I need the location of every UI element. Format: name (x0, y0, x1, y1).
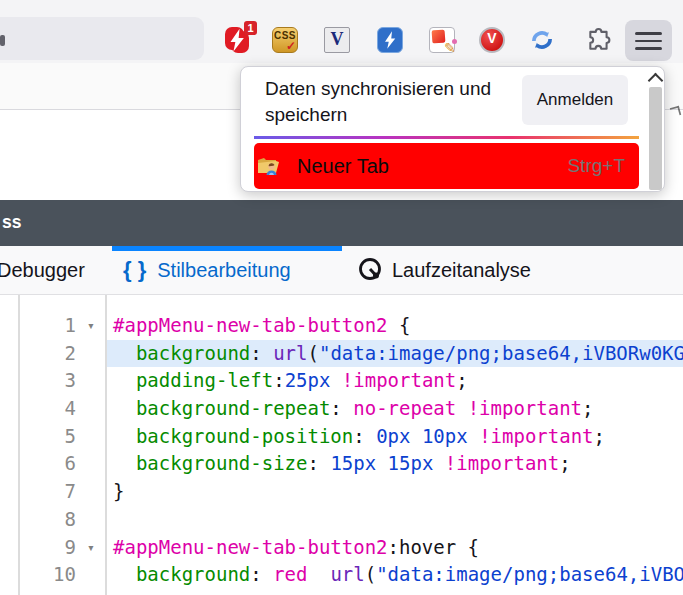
devtools-header-bar: ss (0, 200, 683, 246)
menu-item-new-tab[interactable]: Neuer Tab Strg+T (254, 143, 639, 189)
style-editor-source[interactable]: 1▾#appMenu-new-tab-button2 {2 background… (0, 294, 683, 595)
code-text: background-position: 0px 10px !important… (106, 423, 683, 451)
code-line[interactable]: 2 background: url("data:image/png;base64… (18, 340, 683, 368)
braces-icon: { } (123, 257, 146, 283)
fold-gutter (76, 340, 106, 368)
tab-label: Debugger (0, 259, 85, 282)
fold-gutter (76, 478, 106, 506)
v-letter-extension-icon[interactable]: V (324, 27, 350, 53)
scroll-up-chevron-icon[interactable] (648, 73, 664, 89)
line-number: 10 (18, 561, 76, 589)
hamburger-line (635, 40, 662, 43)
fold-gutter (76, 423, 106, 451)
code-text: background-size: 15px 15px !important; (106, 450, 683, 478)
code-text (106, 506, 683, 534)
extensions-puzzle-icon[interactable] (586, 27, 612, 53)
code-text: background: red url("data:image/png;base… (106, 561, 683, 589)
panel-scrollbar-thumb[interactable] (649, 87, 662, 190)
firefox-window: 1CSS✓V✎V ss Debugger { } Stilbearbeitung (0, 0, 683, 595)
menu-item-shortcut: Strg+T (567, 143, 625, 189)
tab-label: Laufzeitanalyse (392, 259, 531, 282)
code-line[interactable]: 7} (18, 478, 683, 506)
fold-arrow-icon[interactable]: ▾ (76, 534, 106, 562)
code-line[interactable]: 1▾#appMenu-new-tab-button2 { (18, 312, 683, 340)
code-line[interactable]: 9▾#appMenu-new-tab-button2:hover { (18, 534, 683, 562)
sign-in-button[interactable]: Anmelden (522, 75, 628, 125)
sync-arrows-extension-icon[interactable] (529, 27, 555, 53)
code-text: #appMenu-new-tab-button2 { (106, 312, 683, 340)
tab-style-editor[interactable]: { } Stilbearbeitung (123, 246, 291, 294)
line-number: 6 (18, 450, 76, 478)
page-edit-extension-icon[interactable]: ✎ (429, 27, 455, 53)
code-text: } (106, 478, 683, 506)
fold-arrow-icon[interactable]: ▾ (76, 312, 106, 340)
stylesheet-name-truncated: ss (2, 200, 21, 244)
devtools-tab-bar: Debugger { } Stilbearbeitung Laufzeitana… (0, 246, 683, 295)
line-number: 8 (18, 506, 76, 534)
tab-label: Stilbearbeitung (157, 259, 290, 282)
code-lines: 1▾#appMenu-new-tab-button2 {2 background… (18, 312, 683, 589)
code-text: background: url("data:image/png;base64,i… (106, 340, 683, 368)
sync-heading: Daten synchronisieren und speichern (265, 76, 515, 128)
code-line[interactable]: 3 padding-left:25px !important; (18, 367, 683, 395)
code-line[interactable]: 4 background-repeat: no-repeat !importan… (18, 395, 683, 423)
tab-debugger[interactable]: Debugger (0, 246, 85, 294)
line-number: 2 (18, 340, 76, 368)
hamburger-menu-button[interactable] (625, 20, 672, 61)
hamburger-line (635, 32, 662, 35)
line-number: 1 (18, 312, 76, 340)
url-bar[interactable] (0, 17, 204, 60)
css-extension-icon[interactable]: CSS✓ (272, 27, 298, 53)
code-line[interactable]: 10 background: red url("data:image/png;b… (18, 561, 683, 589)
panel-scrollbar[interactable] (648, 68, 663, 191)
fold-gutter (76, 561, 106, 589)
code-line[interactable]: 5 background-position: 0px 10px !importa… (18, 423, 683, 451)
line-number: 4 (18, 395, 76, 423)
line-number: 7 (18, 478, 76, 506)
menu-item-label: Neuer Tab (297, 143, 389, 189)
sync-gradient-divider (254, 136, 639, 139)
blue-lightning-extension-icon[interactable] (377, 27, 403, 53)
url-bar-clipped-text (0, 35, 5, 46)
hamburger-line (635, 47, 662, 50)
user-folder-icon (257, 154, 280, 177)
code-line[interactable]: 8 (18, 506, 683, 534)
line-number: 5 (18, 423, 76, 451)
red-lightning-extension-icon[interactable]: 1 (224, 27, 250, 53)
notification-badge: 1 (244, 21, 257, 35)
gauge-icon (356, 256, 384, 284)
code-text: padding-left:25px !important; (106, 367, 683, 395)
line-number: 9 (18, 534, 76, 562)
red-v-extension-icon[interactable]: V (479, 27, 505, 53)
fold-gutter (76, 395, 106, 423)
app-menu-panel: Daten synchronisieren und speichern Anme… (240, 66, 665, 192)
browser-toolbar: 1CSS✓V✎V (0, 0, 683, 63)
fold-gutter (76, 367, 106, 395)
code-text: background-repeat: no-repeat !important; (106, 395, 683, 423)
fold-gutter (76, 450, 106, 478)
code-line[interactable]: 6 background-size: 15px 15px !important; (18, 450, 683, 478)
line-number: 3 (18, 367, 76, 395)
code-text: #appMenu-new-tab-button2:hover { (106, 534, 683, 562)
tab-performance[interactable]: Laufzeitanalyse (356, 246, 531, 294)
fold-gutter (76, 506, 106, 534)
